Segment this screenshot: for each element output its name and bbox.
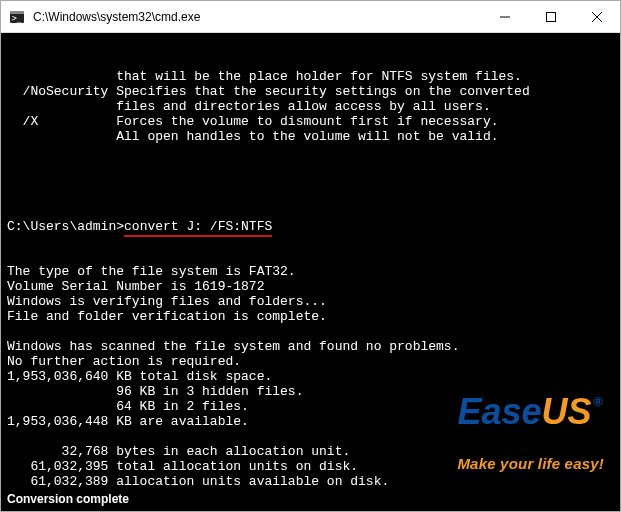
help-output: that will be the place holder for NTFS s… xyxy=(7,69,616,144)
prompt-line: C:\Users\admin>convert J: /FS:NTFS xyxy=(7,219,616,234)
command-text: convert J: /FS:NTFS xyxy=(124,219,272,237)
terminal-line: All open handles to the volume will not … xyxy=(7,129,616,144)
watermark-brand-b: US xyxy=(542,394,592,430)
easeus-watermark: EaseUS® Make your life easy! xyxy=(457,368,604,497)
terminal-line: File and folder verification is complete… xyxy=(7,309,616,324)
svg-text:>_: >_ xyxy=(12,14,22,23)
status-bar: Conversion complete xyxy=(1,489,135,511)
terminal-line xyxy=(7,324,616,339)
maximize-button[interactable] xyxy=(528,1,574,32)
watermark-tagline: Make your life easy! xyxy=(457,456,604,471)
terminal-line: Volume Serial Number is 1619-1872 xyxy=(7,279,616,294)
cmd-icon: >_ xyxy=(9,9,25,25)
terminal-line: /X Forces the volume to dismount first i… xyxy=(7,114,616,129)
terminal-line: No further action is required. xyxy=(7,354,616,369)
window-titlebar: >_ C:\Windows\system32\cmd.exe xyxy=(1,1,620,33)
terminal-line: Windows has scanned the file system and … xyxy=(7,339,616,354)
terminal-line: files and directories allow access by al… xyxy=(7,99,616,114)
window-controls xyxy=(482,1,620,32)
minimize-button[interactable] xyxy=(482,1,528,32)
terminal-line: that will be the place holder for NTFS s… xyxy=(7,69,616,84)
blank-line xyxy=(7,174,616,189)
prompt: C:\Users\admin> xyxy=(7,219,124,234)
window-title: C:\Windows\system32\cmd.exe xyxy=(33,10,482,24)
terminal-line: /NoSecurity Specifies that the security … xyxy=(7,84,616,99)
terminal-pane[interactable]: that will be the place holder for NTFS s… xyxy=(1,33,620,511)
svg-rect-4 xyxy=(547,12,556,21)
terminal-line: The type of the file system is FAT32. xyxy=(7,264,616,279)
watermark-brand-a: Ease xyxy=(457,394,541,430)
close-button[interactable] xyxy=(574,1,620,32)
watermark-registered: ® xyxy=(594,395,604,408)
terminal-line: Windows is verifying files and folders..… xyxy=(7,294,616,309)
